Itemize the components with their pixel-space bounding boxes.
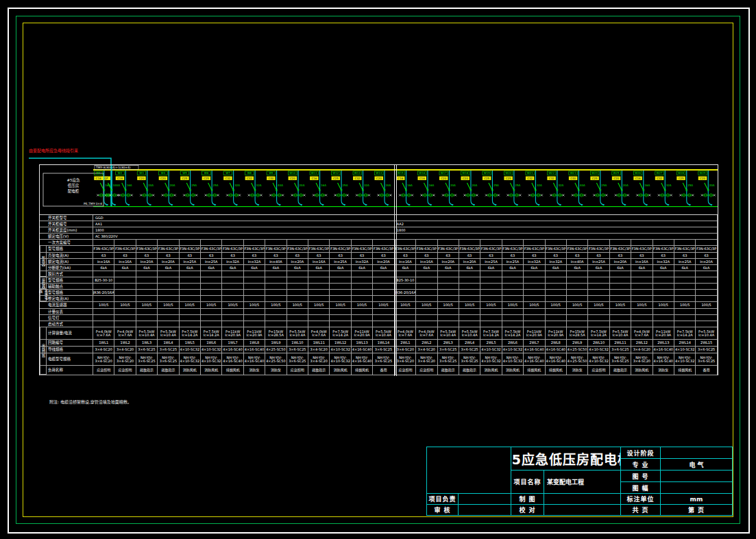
table-cell: 6kA — [524, 265, 545, 271]
table-cell — [696, 240, 717, 246]
table-cell: In=32A — [222, 259, 243, 265]
incoming-source-note: 由变配电所应急母线段引来 — [29, 147, 78, 153]
table-cell: 1WL14 — [373, 340, 394, 347]
breaker-rating: 32A — [234, 184, 240, 187]
cable-hook — [665, 201, 669, 205]
breaker-blade — [338, 183, 342, 190]
table-cell: F3N-63C/3P — [330, 246, 351, 253]
draft-label: 制 图 — [511, 493, 544, 505]
table-cell: F3N-63C/3P — [201, 246, 222, 253]
rating-text: C32 — [247, 177, 252, 180]
rating-text: C16 — [419, 177, 425, 180]
row-label: 电流互感器 — [47, 302, 93, 309]
table-cell: In=20A — [287, 259, 308, 265]
table-cell — [201, 296, 222, 302]
table-cell: B25-30-10 — [395, 277, 416, 284]
rating-text: C20 — [441, 177, 446, 180]
cable-hook — [428, 201, 432, 205]
table-cell: 排烟风机 — [524, 366, 545, 375]
table-cell: NH-YJV-3×6-SC25 — [287, 353, 308, 366]
table-cell — [696, 315, 717, 321]
breaker-blade — [295, 183, 299, 190]
table-cell — [265, 240, 286, 246]
table-cell: P=4.0kWIc=7.6A — [308, 327, 330, 340]
rating-text: C25 — [484, 177, 489, 180]
cable-hook — [385, 201, 389, 205]
table-cell: F3N-63C/3P — [459, 246, 480, 253]
table-cell — [416, 240, 437, 246]
breaker-rating: 16A — [428, 184, 434, 187]
rating-text: C20 — [290, 177, 295, 180]
table-cell: 63 — [631, 253, 653, 259]
table-cell — [93, 284, 114, 290]
sheet-size-value — [660, 481, 733, 494]
row-label: 壳架电流(A) — [47, 253, 93, 259]
table-cell: JR36-20/16A — [395, 290, 416, 296]
cable-hook — [298, 201, 302, 205]
table-cell — [287, 309, 308, 315]
table-cell — [438, 271, 459, 277]
breaker-rating: 32A — [256, 184, 262, 187]
cable-hook — [514, 201, 518, 205]
incoming-cabinet-text: 低压房 — [68, 183, 80, 188]
table-cell: P=7.5kWIc=14.2A — [480, 327, 502, 340]
table-cell — [438, 321, 459, 327]
table-cell — [180, 284, 201, 290]
table-cell: 排烟风机 — [352, 366, 373, 375]
table-cell — [631, 271, 653, 277]
table-cell: 4×10-SC32 — [588, 347, 609, 353]
table-row: 额定电流(A)In=16AIn=16AIn=20AIn=20AIn=25AIn=… — [40, 259, 718, 265]
table-cell — [480, 284, 502, 290]
cable-hook — [277, 201, 281, 205]
rating-text: C16 — [96, 177, 101, 180]
table-cell — [674, 296, 696, 302]
table-cell: 100/5 — [180, 302, 201, 309]
table-cell: 2WL8 — [546, 340, 567, 347]
table-row: 启动方式 — [40, 321, 718, 327]
breaker-rating: 16A — [127, 184, 132, 187]
table-cell — [610, 309, 631, 315]
row-label: 额定电压(V) — [47, 234, 93, 240]
table-cell — [395, 315, 416, 321]
table-cell: 6kA — [180, 265, 201, 271]
table-cell — [373, 315, 394, 321]
merged-cell: GGD — [93, 215, 718, 221]
table-cell: In=20A — [610, 259, 631, 265]
table-cell: JR36-20/16A — [93, 290, 114, 296]
row-label: 负荷名称 — [47, 366, 93, 375]
table-cell: NH-YJV-3×4-SC20 — [416, 353, 437, 366]
table-cell — [330, 240, 351, 246]
table-cell: NH-YJV-4×10-SC32 — [201, 353, 222, 366]
table-cell: 63 — [265, 253, 286, 259]
table-cell: NH-YJV-3×6-SC25 — [158, 353, 179, 366]
table-cell — [588, 271, 609, 277]
table-cell: P=4.0kWIc=7.6A — [631, 327, 653, 340]
table-cell: 100/5 — [114, 302, 136, 309]
breaker-blade — [489, 183, 493, 190]
feeder-tag: W23 — [570, 171, 577, 175]
table-cell: 1WL13 — [352, 340, 373, 347]
table-cell — [114, 290, 136, 296]
table-cell: NH-YJV-3×4-SC20 — [631, 353, 653, 366]
table-cell: P=5.5kWIc=10.4A — [287, 327, 308, 340]
breaker-blade — [122, 183, 126, 190]
table-cell — [244, 315, 265, 321]
table-row: 一次方案编号 — [40, 240, 718, 246]
table-cell — [265, 321, 286, 327]
table-cell — [308, 296, 330, 302]
table-cell — [114, 321, 136, 327]
table-row: 信号灯 — [40, 315, 718, 321]
table-cell: 100/5 — [567, 302, 588, 309]
table-cell: 63 — [653, 253, 674, 259]
table-cell — [330, 284, 351, 290]
table-cell — [222, 290, 243, 296]
table-cell — [588, 240, 609, 246]
table-cell — [653, 290, 674, 296]
table-cell — [136, 290, 158, 296]
table-cell: 100/5 — [265, 302, 286, 309]
cable-hook — [234, 201, 238, 205]
table-cell: 4×16-SC40 — [546, 347, 567, 353]
table-cell: P=15kWIc=28.5A — [265, 327, 286, 340]
table-cell — [287, 240, 308, 246]
table-cell: 3×4-SC20 — [631, 347, 653, 353]
